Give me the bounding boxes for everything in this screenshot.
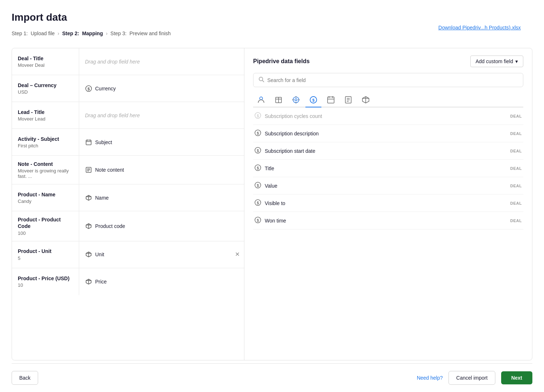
right-header: Pipedrive data fields Add custom field ▾ [253,56,523,67]
svg-text:$: $ [257,114,259,118]
next-button[interactable]: Next [501,371,532,384]
list-item[interactable]: $ Title DEAL [253,160,523,177]
table-row: Deal – Currency USD $ Currency [12,75,244,102]
remove-mapping-button[interactable]: ✕ [235,252,240,257]
source-col: Deal – Currency USD [12,75,79,102]
icon-tabs: $ [253,93,523,107]
field-name: Note content [95,167,124,173]
target-col: Price [79,268,244,295]
field-mapped: Subject [85,139,112,146]
field-name: Subscription description [265,131,319,136]
field-item-content: $ Visible to [255,199,285,207]
source-title: Product - Price (USD) [18,275,73,282]
source-col: Note - Content Moveer is growing really … [12,156,79,184]
search-box[interactable] [253,73,523,87]
source-col: Product - Product Code 100 [12,211,79,241]
svg-line-19 [263,81,264,82]
source-title: Product - Product Code [18,216,73,229]
source-col: Product - Name Candy [12,184,79,211]
download-link[interactable]: Download Pipedriv...h Products).xlsx [438,25,521,30]
dollar-icon: $ [255,217,261,224]
tab-box[interactable] [358,93,374,107]
right-panel: Pipedrive data fields Add custom field ▾ [244,48,532,360]
field-tag: DEAL [510,114,522,118]
table-row: Product - Unit 5 Unit [12,241,244,268]
source-value: 10 [18,282,73,288]
list-item[interactable]: $ Subscription start date DEAL [253,142,523,160]
field-tag: DEAL [510,184,522,188]
tab-calendar[interactable] [323,93,339,107]
tab-person[interactable] [253,93,269,107]
list-item[interactable]: $ Won time DEAL [253,212,523,229]
field-name: Subject [95,139,112,145]
source-value: First pitch [18,143,73,148]
field-tag: DEAL [510,219,522,223]
field-item-content: $ Value [255,182,277,189]
svg-rect-32 [328,97,334,103]
source-title: Deal - Title [18,55,73,62]
dollar-icon: $ [255,164,261,172]
field-name: Product code [95,223,125,229]
field-mapped: Note content [85,166,124,173]
svg-text:$: $ [257,201,259,205]
field-name: Value [265,183,277,189]
field-tag: DEAL [510,149,522,153]
calendar-icon [85,139,92,146]
source-title: Product - Unit [18,248,73,254]
need-help-link[interactable]: Need help? [417,375,443,381]
dollar-icon: $ [255,112,261,120]
source-value: Candy [18,199,73,204]
tab-building[interactable] [271,93,287,107]
breadcrumb-step2-label: Step 2: [62,30,79,36]
field-name: Unit [95,252,104,257]
box-icon [85,251,92,258]
add-custom-field-button[interactable]: Add custom field ▾ [470,56,524,67]
svg-text:$: $ [88,86,90,91]
list-item[interactable]: $ Subscription cycles count DEAL [253,107,523,125]
cancel-import-button[interactable]: Cancel import [448,371,495,385]
target-col[interactable]: Drag and drop field here [79,48,244,75]
add-custom-field-label: Add custom field [476,58,513,64]
field-item-content: $ Title [255,164,274,172]
source-value: Moveer Deal [18,62,73,68]
field-name: Subscription start date [265,148,315,154]
field-item-content: $ Won time [255,217,286,224]
box-icon [85,222,92,230]
box-icon [85,194,92,201]
back-button[interactable]: Back [12,371,38,385]
dollar-icon: $ [255,130,261,137]
breadcrumb-step1-name: Upload file [31,30,54,36]
tab-note[interactable] [340,93,356,107]
field-mapped: $ Currency [85,85,116,92]
svg-rect-2 [86,140,91,145]
svg-text:$: $ [257,166,259,170]
footer-left: Back [12,371,38,385]
tab-target[interactable] [288,93,304,107]
field-item-content: $ Subscription start date [255,147,315,155]
box-icon [85,278,92,285]
breadcrumb-step3-label: Step 3: [110,30,126,36]
source-value: 100 [18,230,73,236]
dollar-icon: $ [85,85,92,92]
breadcrumb-sep1: › [58,30,60,36]
list-item[interactable]: $ Visible to DEAL [253,195,523,212]
field-name: Won time [265,218,286,224]
list-item[interactable]: $ Subscription description DEAL [253,125,523,142]
target-col[interactable]: Drag and drop field here [79,102,244,128]
table-row: Product - Product Code 100 Product code [12,211,244,241]
note-icon [85,166,92,173]
target-col: Note content [79,156,244,184]
source-col: Deal - Title Moveer Deal [12,48,79,75]
field-mapped: Product code [85,222,125,230]
source-col: Activity - Subject First pitch [12,129,79,155]
search-icon [259,77,264,83]
search-input[interactable] [267,77,518,83]
field-name: Name [95,195,109,201]
field-item-content: $ Subscription cycles count [255,112,322,120]
table-row: Lead - Title Moveer Lead Drag and drop f… [12,102,244,129]
breadcrumb: Step 1: Upload file › Step 2: Mapping › … [12,30,532,36]
source-col: Product - Unit 5 [12,241,79,268]
tab-dollar[interactable]: $ [305,93,321,107]
breadcrumb-step2-name: Mapping [82,30,103,36]
list-item[interactable]: $ Value DEAL [253,177,523,195]
